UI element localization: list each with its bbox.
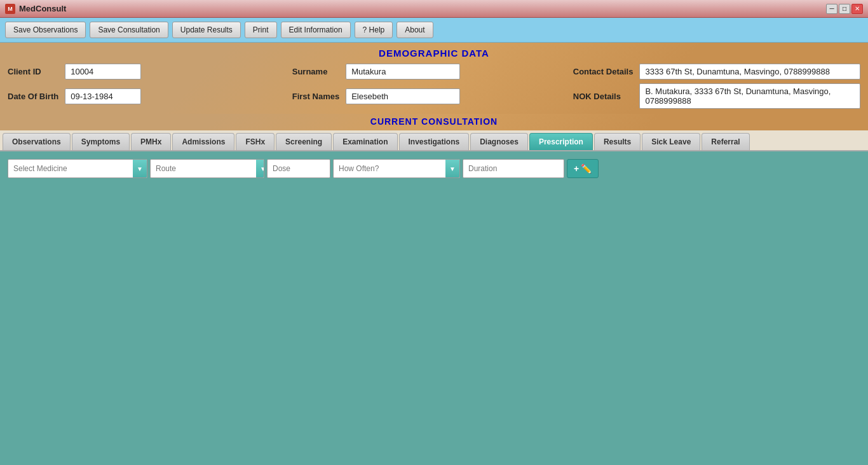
consultation-title: CURRENT CONSULTATION [0,116,868,127]
title-bar: M MedConsult ─ □ ✕ [0,0,868,18]
dose-input[interactable] [268,162,330,176]
demographic-grid: Client ID 10004 Surname Mutakura Contact… [8,64,860,109]
nok-details-label: NOK Details [573,92,634,101]
print-button[interactable]: Print [245,22,277,38]
nok-details-value: B. Mutakura, 3333 67th St, Dunamtuna, Ma… [639,83,860,109]
tab-results[interactable]: Results [594,133,641,150]
consultation-title-bar: CURRENT CONSULTATION [0,114,868,130]
title-bar-left: M MedConsult [5,4,66,14]
add-prescription-button[interactable]: + ✏️ [567,159,599,178]
contact-details-label: Contact Details [573,67,634,76]
update-results-button[interactable]: Update Results [172,22,241,38]
maximize-button[interactable]: □ [839,4,850,14]
route-field[interactable]: ▼ [150,159,264,178]
route-arrow[interactable]: ▼ [256,159,264,178]
app-icon: M [5,4,15,14]
toolbar: Save Observations Save Consultation Upda… [0,18,868,43]
tab-symptoms[interactable]: Symptoms [72,133,130,150]
duration-input[interactable] [463,162,564,176]
tab-prescription[interactable]: Prescription [529,133,593,150]
tab-referral[interactable]: Referral [702,133,749,150]
add-icon: + [574,163,579,174]
surname-value: Mutakura [346,64,460,80]
select-medicine-input[interactable] [8,162,133,176]
first-names-label: First Names [292,92,339,101]
minimize-button[interactable]: ─ [826,4,837,14]
dose-field[interactable] [267,159,330,178]
how-often-arrow[interactable]: ▼ [445,159,459,178]
route-input[interactable] [151,162,256,176]
tab-fshx[interactable]: FSHx [236,133,275,150]
how-often-field[interactable]: ▼ [333,159,460,178]
first-names-value: Elesebeth [346,88,460,104]
dob-value: 09-13-1984 [65,88,141,104]
duration-field[interactable]: ▼ [463,159,564,178]
tab-diagnoses[interactable]: Diagnoses [470,133,528,150]
tab-pmhx[interactable]: PMHx [131,133,171,150]
select-medicine-arrow[interactable]: ▼ [133,159,147,178]
surname-label: Surname [292,67,339,76]
tab-admissions[interactable]: Admissions [172,133,234,150]
dob-label: Date Of Birth [8,92,58,101]
close-button[interactable]: ✕ [851,4,863,14]
pencil-icon: ✏️ [581,163,592,174]
tab-investigations[interactable]: Investigations [399,133,470,150]
how-often-input[interactable] [334,162,445,176]
save-consultation-button[interactable]: Save Consultation [90,22,168,38]
main-content: ▼ ▼ ▼ ▼ + ✏️ [0,151,868,452]
prescription-row: ▼ ▼ ▼ ▼ + ✏️ [8,159,860,178]
help-button[interactable]: ? Help [355,22,393,38]
demographic-section: DEMOGRAPHIC DATA Client ID 10004 Surname… [0,43,868,114]
demographic-title: DEMOGRAPHIC DATA [8,48,860,59]
tab-examination[interactable]: Examination [333,133,397,150]
tab-screening[interactable]: Screening [276,133,332,150]
contact-details-value: 3333 67th St, Dunamtuna, Masvingo, 07889… [639,64,860,80]
app-title: MedConsult [19,4,66,13]
save-observations-button[interactable]: Save Observations [5,22,86,38]
select-medicine-field[interactable]: ▼ [8,159,147,178]
title-bar-controls: ─ □ ✕ [826,4,863,14]
tab-observations[interactable]: Observations [3,133,71,150]
tab-sick-leave[interactable]: Sick Leave [642,133,700,150]
client-id-label: Client ID [8,67,58,76]
tabs-bar: Observations Symptoms PMHx Admissions FS… [0,130,868,151]
edit-information-button[interactable]: Edit Information [281,22,351,38]
client-id-value: 10004 [65,64,141,80]
about-button[interactable]: About [397,22,433,38]
